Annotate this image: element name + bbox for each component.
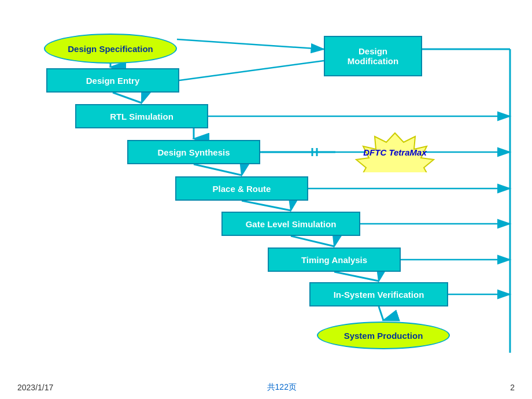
- timing-label: Timing Analysis: [301, 255, 367, 265]
- footer-date: 2023/1/17: [17, 383, 53, 392]
- gate-level-node: Gate Level Simulation: [221, 212, 360, 236]
- svg-line-4: [113, 93, 142, 103]
- footer-page-label: 共122页: [267, 382, 297, 393]
- in-system-node: In-System Verification: [309, 282, 448, 306]
- design-entry-label: Design Entry: [86, 76, 140, 86]
- gate-level-label: Gate Level Simulation: [246, 219, 337, 229]
- svg-line-6: [194, 164, 242, 175]
- footer-page-num: 2: [510, 383, 515, 392]
- design-mod-label: Design Modification: [348, 46, 398, 66]
- design-spec-label: Design Specification: [68, 44, 153, 54]
- svg-line-8: [291, 236, 334, 246]
- svg-line-9: [334, 272, 379, 281]
- dftc-label: DFTC TetraMax: [363, 147, 426, 157]
- design-spec-node: Design Specification: [44, 34, 177, 64]
- svg-line-20: [177, 39, 324, 49]
- design-synth-label: Design Synthesis: [157, 147, 230, 157]
- footer: 2023/1/17 共122页 2: [0, 376, 532, 399]
- diagram-area: Design Specification Design Entry RTL Si…: [0, 0, 532, 376]
- system-prod-node: System Production: [317, 322, 450, 349]
- place-route-node: Place & Route: [175, 176, 308, 201]
- dftc-node: DFTC TetraMax: [334, 132, 456, 172]
- timing-node: Timing Analysis: [268, 247, 401, 272]
- design-mod-node: Design Modification: [324, 36, 422, 76]
- design-synth-node: Design Synthesis: [127, 140, 260, 164]
- rtl-sim-label: RTL Simulation: [110, 112, 173, 121]
- rtl-sim-node: RTL Simulation: [75, 104, 208, 128]
- svg-line-10: [379, 306, 383, 320]
- design-entry-node: Design Entry: [46, 68, 179, 93]
- place-route-label: Place & Route: [213, 184, 271, 194]
- in-system-label: In-System Verification: [334, 290, 424, 300]
- system-prod-label: System Production: [344, 331, 423, 341]
- svg-line-7: [242, 201, 291, 210]
- svg-line-24: [179, 61, 324, 80]
